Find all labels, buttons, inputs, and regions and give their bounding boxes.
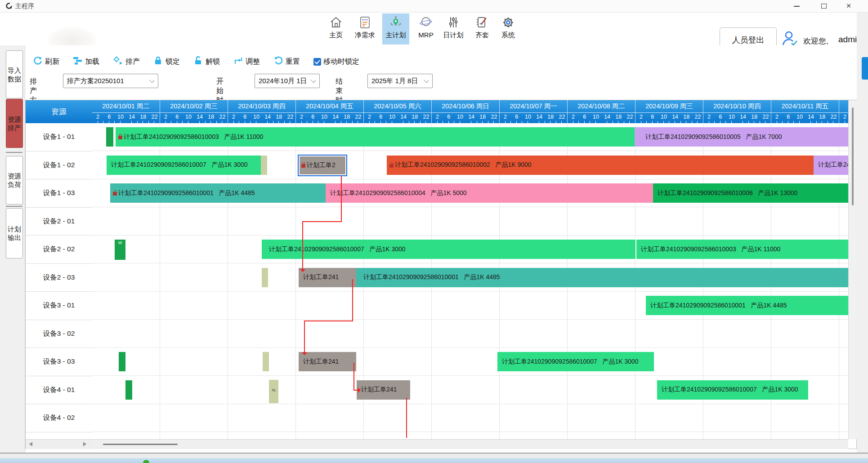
gantt-bar[interactable] [119,352,125,371]
move-lock-checkbox[interactable] [313,58,321,66]
nav-item-home[interactable]: 主页 [322,13,349,45]
edge-panel-chip[interactable] [862,57,868,80]
connector-line [341,176,342,222]
gantt-bar[interactable]: 计划工单24102909092586010001 产品1K 4485 [110,183,326,203]
gantt-bar[interactable] [263,352,269,371]
vertical-scrollbar-thumb[interactable] [852,107,854,205]
day-header-cell: 2024/10/08 周二2610141822 [568,100,635,123]
hour-label: 6 [174,114,180,120]
gantt-bar[interactable]: 计划工单241 [299,352,356,371]
move-lock-toggle[interactable]: 移动时锁定 [313,57,359,67]
hour-label: 6 [785,114,792,120]
gantt-bar-label: 计划工单24102909092586010004 产品1K 5000 [326,189,467,197]
gantt-body: 计划工单24102909092586010003 产品1K 11000计划工单2… [92,123,848,439]
hour-label: 18 [751,114,757,120]
hour-label: 18 [615,114,622,120]
gantt-bar[interactable]: 计划工单24102909092586010007 产品1K 3000 [107,156,261,175]
horizontal-scrollbar-thumb[interactable] [103,444,178,445]
hour-label: 14 [197,114,203,120]
sidebar-tab-plan-output[interactable]: 计划输出 [6,208,23,258]
nav-item-net-demand[interactable]: 净需求 [351,13,378,45]
top-header: 主页 净需求 主计划 MRP 日计划 齐套 系统 人 [0,13,868,46]
hour-label: 22 [287,114,293,120]
gantt-bar[interactable]: 计划工单24102909092586010007 产品1K 3000 [497,352,654,371]
hour-label: 14 [400,114,407,120]
hour-label: 18 [819,114,825,120]
scroll-left-arrow[interactable] [29,442,32,446]
schedule-button[interactable]: 排产 [113,56,140,67]
nav-item-system[interactable]: 系统 [495,13,522,45]
main-panel: 刷新 加载 排产 锁定 解锁 调整 重置 移动时锁定 [25,45,857,453]
gantt-bar[interactable]: 计划工单24102909092586010007 产品1K 3000 [657,380,808,400]
nav-item-mrp[interactable]: MRP [412,13,439,45]
hour-label: 18 [547,114,554,120]
hour-label: 2 [706,114,712,120]
gantt-bar[interactable]: 计划工单24102909092586010003 产品1K 11000 [116,127,635,147]
gantt-bar[interactable]: 计划工单24102909092586010005 产品1K 7000 [635,127,848,147]
day-header-cell: 2024/10/07 周一2610141822 [500,100,568,123]
gantt-bar[interactable]: 计划工单24102909092586010001 产品1K 4485 [646,296,848,315]
day-header-cell: 2024/10/09 周三2610141822 [635,100,703,123]
gantt-bar[interactable]: 计划工单24102909092586010003 产品1K 11000 [636,240,848,259]
scroll-right-arrow[interactable] [83,442,86,446]
reset-button[interactable]: 重置 [273,56,300,67]
resource-label: 设备1 - 01 [26,123,92,151]
load-button[interactable]: 加载 [73,56,99,67]
gantt-bar[interactable] [262,268,268,287]
sidebar-tab-import-data[interactable]: 导入数据 [6,50,23,98]
sidebar-tab-resource-scheduling[interactable]: 资源排产 [6,99,23,148]
gantt-bar[interactable] [125,380,132,400]
gantt-bar[interactable]: 计划工单241 [299,268,356,287]
hour-label: 6 [514,114,520,120]
load-icon [73,56,83,67]
hour-label: 18 [140,114,146,120]
hour-label: 10 [457,114,463,120]
welcome-text: 欢迎您, [803,36,828,46]
gantt-bar-label: 计划工单24102909092586010001 产品1K 4485 [646,302,787,310]
connector-arrow [302,352,307,355]
resource-label: 设备3 - 02 [26,320,92,348]
refresh-button[interactable]: 刷新 [33,56,59,67]
gantt-bar[interactable] [261,156,267,175]
gantt-bar-label: 计划工单241 [299,358,339,366]
unlock-button[interactable]: 解锁 [193,56,220,67]
gantt-bar[interactable]: 计划工单24102909092586010004 产品1K 5000 [326,183,653,203]
hour-label: 6 [446,114,452,120]
end-time-select[interactable]: 2025年 1月 8日 [367,74,433,88]
resource-label: 设备3 - 01 [26,292,92,320]
adjust-button[interactable]: 调整 [233,56,260,67]
gantt-bar[interactable]: 计划工单24102909092586010002 产品1K 9000 [387,156,814,175]
gantt-bar[interactable]: 计划工单24 [814,156,848,175]
close-button[interactable]: × [838,0,859,12]
chevron-down-icon [149,78,154,83]
hour-label: 10 [796,114,803,120]
lock-button[interactable]: 锁定 [153,56,180,67]
hour-label: 14 [332,114,339,120]
horizontal-scrollbar[interactable] [92,439,848,449]
gantt-bar[interactable]: 计划工单24102909092586010006 产品1K 13000 [653,183,848,203]
vertical-scrollbar[interactable] [848,100,857,439]
resource-column: 设备1 - 01设备1 - 02设备1 - 03设备2 - 01设备2 - 02… [26,123,93,439]
sidebar-tab-resource-load[interactable]: 资源负荷 [6,156,23,205]
nav-item-daily-plan[interactable]: 日计划 [440,13,467,45]
gantt-bar[interactable]: 计划工单241 [357,380,410,400]
gantt-bar[interactable]: 计划工单2 [298,155,347,176]
start-time-select[interactable]: 2024年10月 1日 [255,74,320,88]
hour-label: 18 [412,114,418,120]
gantt-bar[interactable]: 计划工单24102909092586010001 产品1K 4485 [356,268,848,287]
gantt-bar[interactable]: % [269,380,278,403]
hour-label: 2 [570,114,577,120]
resource-column-scrollbar[interactable] [26,439,93,449]
gantt-bar-label: 计划工单2 [305,161,336,169]
connector-arrow [300,269,305,272]
nav-item-kitting[interactable]: 齐套 [469,13,496,45]
day-label: 2024/10/05 周六 [364,100,431,113]
nav-item-master-plan[interactable]: 主计划 [382,13,409,45]
plan-select[interactable]: 排产方案20250101 [63,74,158,88]
minimize-button[interactable] [786,0,807,12]
gantt-bar[interactable] [106,127,113,147]
connector-line [406,398,407,438]
gantt-bar[interactable]: W [115,240,125,260]
gantt-bar[interactable]: 计划工单24102909092586010007 产品1K 3000 [262,240,635,259]
maximize-button[interactable] [813,0,834,12]
